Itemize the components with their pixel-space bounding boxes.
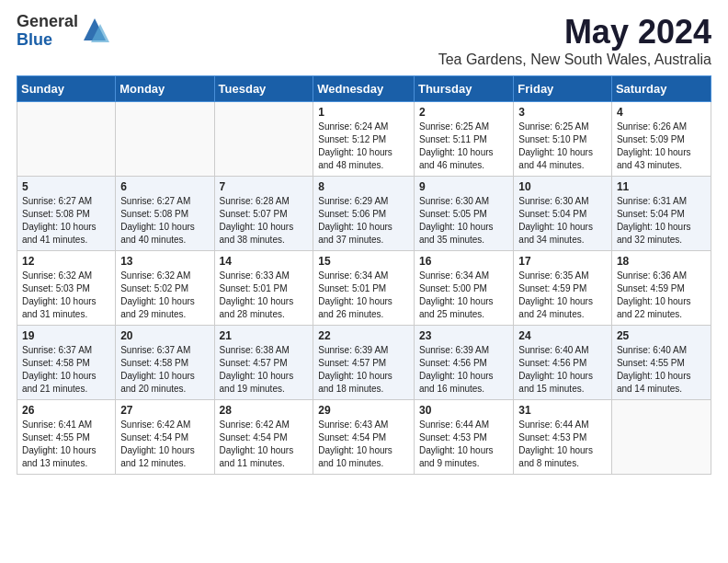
day-number: 25 <box>617 329 706 342</box>
calendar-cell: 12Sunrise: 6:32 AM Sunset: 5:03 PM Dayli… <box>17 251 116 326</box>
title-block: May 2024 Tea Gardens, New South Wales, A… <box>438 13 711 68</box>
day-number: 15 <box>318 255 409 268</box>
day-number: 3 <box>518 106 607 119</box>
cell-content: Sunrise: 6:26 AM Sunset: 5:09 PM Dayligh… <box>617 121 706 172</box>
calendar-cell: 22Sunrise: 6:39 AM Sunset: 4:57 PM Dayli… <box>313 326 415 400</box>
day-number: 1 <box>318 106 409 119</box>
calendar-cell: 14Sunrise: 6:33 AM Sunset: 5:01 PM Dayli… <box>214 251 313 326</box>
cell-content: Sunrise: 6:40 AM Sunset: 4:55 PM Dayligh… <box>617 344 706 396</box>
calendar-cell: 31Sunrise: 6:44 AM Sunset: 4:53 PM Dayli… <box>514 400 612 475</box>
calendar-cell: 21Sunrise: 6:38 AM Sunset: 4:57 PM Dayli… <box>214 326 313 400</box>
cell-content: Sunrise: 6:42 AM Sunset: 4:54 PM Dayligh… <box>120 419 209 470</box>
calendar-cell: 18Sunrise: 6:36 AM Sunset: 4:59 PM Dayli… <box>611 251 711 326</box>
day-number: 9 <box>419 180 508 193</box>
calendar-cell: 6Sunrise: 6:27 AM Sunset: 5:08 PM Daylig… <box>116 177 214 251</box>
day-header-sunday: Sunday <box>17 76 116 102</box>
day-number: 18 <box>617 255 706 268</box>
calendar-week-1: 1Sunrise: 6:24 AM Sunset: 5:12 PM Daylig… <box>17 102 711 177</box>
calendar-cell: 24Sunrise: 6:40 AM Sunset: 4:56 PM Dayli… <box>514 326 612 400</box>
cell-content: Sunrise: 6:35 AM Sunset: 4:59 PM Dayligh… <box>518 270 607 321</box>
day-number: 19 <box>22 329 110 342</box>
logo: General Blue <box>17 13 111 50</box>
calendar-week-2: 5Sunrise: 6:27 AM Sunset: 5:08 PM Daylig… <box>17 177 711 251</box>
cell-content: Sunrise: 6:25 AM Sunset: 5:11 PM Dayligh… <box>419 121 508 172</box>
cell-content: Sunrise: 6:31 AM Sunset: 5:04 PM Dayligh… <box>617 195 706 247</box>
calendar-cell: 30Sunrise: 6:44 AM Sunset: 4:53 PM Dayli… <box>414 400 513 475</box>
logo-icon <box>78 15 111 48</box>
calendar-cell: 4Sunrise: 6:26 AM Sunset: 5:09 PM Daylig… <box>611 102 711 177</box>
day-number: 14 <box>220 255 309 268</box>
calendar-cell: 1Sunrise: 6:24 AM Sunset: 5:12 PM Daylig… <box>313 102 415 177</box>
cell-content: Sunrise: 6:39 AM Sunset: 4:56 PM Dayligh… <box>419 344 508 396</box>
day-number: 11 <box>617 180 706 193</box>
calendar-cell: 11Sunrise: 6:31 AM Sunset: 5:04 PM Dayli… <box>611 177 711 251</box>
day-header-monday: Monday <box>116 76 214 102</box>
day-number: 13 <box>120 255 209 268</box>
day-number: 6 <box>120 180 209 193</box>
calendar-cell: 7Sunrise: 6:28 AM Sunset: 5:07 PM Daylig… <box>214 177 313 251</box>
calendar-cell: 10Sunrise: 6:30 AM Sunset: 5:04 PM Dayli… <box>514 177 612 251</box>
cell-content: Sunrise: 6:27 AM Sunset: 5:08 PM Dayligh… <box>22 195 110 247</box>
calendar-week-3: 12Sunrise: 6:32 AM Sunset: 5:03 PM Dayli… <box>17 251 711 326</box>
day-header-wednesday: Wednesday <box>313 76 415 102</box>
calendar-cell: 27Sunrise: 6:42 AM Sunset: 4:54 PM Dayli… <box>116 400 214 475</box>
calendar-cell: 5Sunrise: 6:27 AM Sunset: 5:08 PM Daylig… <box>17 177 116 251</box>
cell-content: Sunrise: 6:39 AM Sunset: 4:57 PM Dayligh… <box>318 344 409 396</box>
day-number: 31 <box>518 404 607 417</box>
day-number: 16 <box>419 255 508 268</box>
calendar-cell: 8Sunrise: 6:29 AM Sunset: 5:06 PM Daylig… <box>313 177 415 251</box>
cell-content: Sunrise: 6:28 AM Sunset: 5:07 PM Dayligh… <box>220 195 309 247</box>
day-number: 10 <box>518 180 607 193</box>
calendar-cell: 9Sunrise: 6:30 AM Sunset: 5:05 PM Daylig… <box>414 177 513 251</box>
calendar-week-5: 26Sunrise: 6:41 AM Sunset: 4:55 PM Dayli… <box>17 400 711 475</box>
calendar-cell: 19Sunrise: 6:37 AM Sunset: 4:58 PM Dayli… <box>17 326 116 400</box>
calendar-cell: 25Sunrise: 6:40 AM Sunset: 4:55 PM Dayli… <box>611 326 711 400</box>
cell-content: Sunrise: 6:32 AM Sunset: 5:02 PM Dayligh… <box>120 270 209 321</box>
cell-content: Sunrise: 6:34 AM Sunset: 5:01 PM Dayligh… <box>318 270 409 321</box>
cell-content: Sunrise: 6:44 AM Sunset: 4:53 PM Dayligh… <box>518 419 607 470</box>
calendar-cell: 23Sunrise: 6:39 AM Sunset: 4:56 PM Dayli… <box>414 326 513 400</box>
day-header-friday: Friday <box>514 76 612 102</box>
day-number: 20 <box>120 329 209 342</box>
calendar-cell: 28Sunrise: 6:42 AM Sunset: 4:54 PM Dayli… <box>214 400 313 475</box>
cell-content: Sunrise: 6:37 AM Sunset: 4:58 PM Dayligh… <box>120 344 209 396</box>
cell-content: Sunrise: 6:40 AM Sunset: 4:56 PM Dayligh… <box>518 344 607 396</box>
calendar-cell: 15Sunrise: 6:34 AM Sunset: 5:01 PM Dayli… <box>313 251 415 326</box>
cell-content: Sunrise: 6:36 AM Sunset: 4:59 PM Dayligh… <box>617 270 706 321</box>
day-number: 7 <box>220 180 309 193</box>
day-number: 26 <box>22 404 110 417</box>
calendar-cell: 17Sunrise: 6:35 AM Sunset: 4:59 PM Dayli… <box>514 251 612 326</box>
day-number: 4 <box>617 106 706 119</box>
calendar-cell <box>214 102 313 177</box>
calendar-cell <box>17 102 116 177</box>
logo-general-text: General <box>17 13 78 31</box>
calendar-table: SundayMondayTuesdayWednesdayThursdayFrid… <box>17 75 711 475</box>
day-number: 29 <box>318 404 409 417</box>
cell-content: Sunrise: 6:30 AM Sunset: 5:04 PM Dayligh… <box>518 195 607 247</box>
cell-content: Sunrise: 6:34 AM Sunset: 5:00 PM Dayligh… <box>419 270 508 321</box>
cell-content: Sunrise: 6:29 AM Sunset: 5:06 PM Dayligh… <box>318 195 409 247</box>
cell-content: Sunrise: 6:33 AM Sunset: 5:01 PM Dayligh… <box>220 270 309 321</box>
subtitle: Tea Gardens, New South Wales, Australia <box>438 52 711 68</box>
cell-content: Sunrise: 6:32 AM Sunset: 5:03 PM Dayligh… <box>22 270 110 321</box>
day-number: 23 <box>419 329 508 342</box>
calendar-week-4: 19Sunrise: 6:37 AM Sunset: 4:58 PM Dayli… <box>17 326 711 400</box>
calendar-cell: 16Sunrise: 6:34 AM Sunset: 5:00 PM Dayli… <box>414 251 513 326</box>
day-number: 12 <box>22 255 110 268</box>
calendar-cell: 3Sunrise: 6:25 AM Sunset: 5:10 PM Daylig… <box>514 102 612 177</box>
calendar-cell: 29Sunrise: 6:43 AM Sunset: 4:54 PM Dayli… <box>313 400 415 475</box>
calendar-cell <box>116 102 214 177</box>
day-header-saturday: Saturday <box>611 76 711 102</box>
day-header-tuesday: Tuesday <box>214 76 313 102</box>
cell-content: Sunrise: 6:43 AM Sunset: 4:54 PM Dayligh… <box>318 419 409 470</box>
main-title: May 2024 <box>438 13 711 52</box>
cell-content: Sunrise: 6:41 AM Sunset: 4:55 PM Dayligh… <box>22 419 110 470</box>
cell-content: Sunrise: 6:38 AM Sunset: 4:57 PM Dayligh… <box>220 344 309 396</box>
cell-content: Sunrise: 6:42 AM Sunset: 4:54 PM Dayligh… <box>220 419 309 470</box>
day-number: 27 <box>120 404 209 417</box>
cell-content: Sunrise: 6:27 AM Sunset: 5:08 PM Dayligh… <box>120 195 209 247</box>
calendar-cell: 2Sunrise: 6:25 AM Sunset: 5:11 PM Daylig… <box>414 102 513 177</box>
day-number: 21 <box>220 329 309 342</box>
calendar-cell <box>611 400 711 475</box>
day-number: 24 <box>518 329 607 342</box>
